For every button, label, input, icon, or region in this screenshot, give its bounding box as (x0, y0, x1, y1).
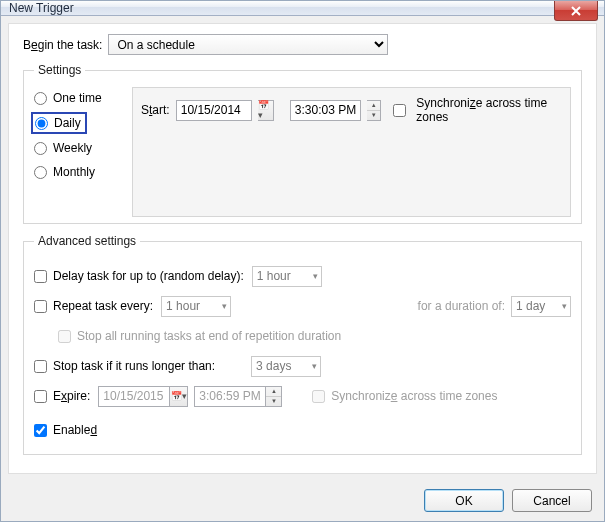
dialog-new-trigger: New Trigger Begin the task: On a schedul… (0, 0, 605, 522)
sync2-checkbox (312, 390, 325, 403)
expire-time-spinner[interactable]: ▲▼ (266, 386, 282, 407)
delay-checkbox[interactable] (34, 270, 47, 283)
sync2-label: Synchronize across time zones (331, 389, 497, 403)
repeat-combo[interactable]: 1 hour (161, 296, 231, 317)
time-spinner[interactable]: ▲▼ (367, 100, 381, 121)
expire-checkbox[interactable] (34, 390, 47, 403)
frequency-radio-group: One time Daily Weekly Monthly (34, 87, 122, 217)
expire-date-picker[interactable]: 📅▾ (170, 386, 188, 407)
stop-if-combo[interactable]: 3 days (251, 356, 321, 377)
settings-legend: Settings (34, 63, 85, 77)
advanced-legend: Advanced settings (34, 234, 140, 248)
start-date-input[interactable]: 10/15/2014 (176, 100, 253, 121)
stop-all-checkbox (58, 330, 71, 343)
dialog-content: Begin the task: On a schedule Settings O… (8, 23, 597, 474)
duration-label: for a duration of: (418, 299, 505, 313)
close-icon (571, 6, 581, 16)
start-label: Start: (141, 103, 170, 117)
radio-one-time[interactable]: One time (34, 91, 122, 105)
enabled-label: Enabled (53, 423, 97, 437)
expire-time-input[interactable]: 3:06:59 PM (194, 386, 266, 407)
delay-combo[interactable]: 1 hour (252, 266, 322, 287)
advanced-fieldset: Advanced settings Delay task for up to (… (23, 234, 582, 455)
stop-if-label: Stop task if it runs longer than: (53, 359, 215, 373)
stop-all-label: Stop all running tasks at end of repetit… (77, 329, 341, 343)
dialog-footer: OK Cancel (1, 481, 604, 522)
start-time-input[interactable]: 3:30:03 PM (290, 100, 361, 121)
sync-timezones-checkbox[interactable] (393, 104, 406, 117)
begin-task-select[interactable]: On a schedule (108, 34, 388, 55)
expire-label: Expire: (53, 389, 90, 403)
begin-task-row: Begin the task: On a schedule (23, 34, 582, 55)
stop-if-checkbox[interactable] (34, 360, 47, 373)
enabled-checkbox[interactable] (34, 424, 47, 437)
delay-label: Delay task for up to (random delay): (53, 269, 244, 283)
repeat-label: Repeat task every: (53, 299, 153, 313)
begin-task-label: Begin the task: (23, 38, 102, 52)
expire-date-input[interactable]: 10/15/2015 (98, 386, 170, 407)
repeat-checkbox[interactable] (34, 300, 47, 313)
radio-weekly[interactable]: Weekly (34, 141, 122, 155)
cancel-button[interactable]: Cancel (512, 489, 592, 512)
ok-button[interactable]: OK (424, 489, 504, 512)
duration-combo[interactable]: 1 day (511, 296, 571, 317)
schedule-panel: Start: 10/15/2014📅▾ 3:30:03 PM▲▼ Synchro… (132, 87, 571, 217)
title-text: New Trigger (9, 1, 74, 15)
settings-fieldset: Settings One time Daily Weekly Monthly S… (23, 63, 582, 224)
titlebar[interactable]: New Trigger (1, 1, 604, 16)
radio-monthly[interactable]: Monthly (34, 165, 122, 179)
close-button[interactable] (554, 1, 598, 21)
date-picker-button[interactable]: 📅▾ (258, 100, 274, 121)
radio-daily[interactable]: Daily (34, 115, 84, 131)
sync-timezones-label: Synchronize across time zones (416, 96, 562, 124)
